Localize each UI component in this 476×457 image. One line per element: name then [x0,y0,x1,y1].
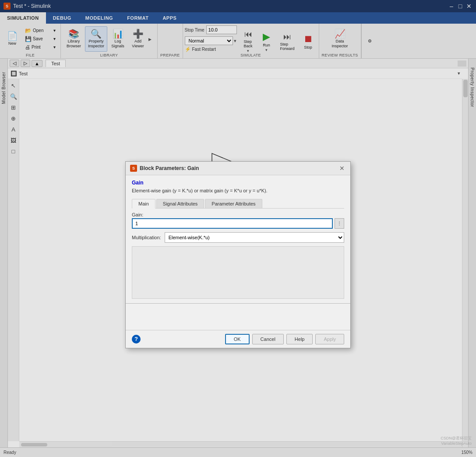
help-button[interactable]: ? [132,335,141,344]
tab-parameter-attributes[interactable]: Parameter Attributes [205,199,262,208]
tab-signal-attributes[interactable]: Signal Attributes [156,199,205,208]
dialog-content-area [132,246,344,299]
multiplication-label: Multiplication: [132,235,161,240]
multiplication-row: Multiplication: Element-wise(K.*u) Matri… [132,232,344,243]
dialog-body: Gain Element-wise gain (y = K.*u) or mat… [126,175,350,303]
gain-field: Gain: ⋮ [132,212,344,229]
dialog-action-buttons: OK Cancel Help Apply [225,334,344,344]
modal-overlay: S Block Parameters: Gain ✕ Gain Element-… [0,0,476,457]
dialog-actions: ? OK Cancel Help Apply [126,330,350,348]
dialog-titlebar: S Block Parameters: Gain ✕ [126,162,350,175]
gain-input-row: ⋮ [132,218,344,229]
gain-input[interactable] [132,218,333,229]
dialog-section-title: Gain [132,180,344,186]
dialog-icon: S [130,165,137,172]
dialog-help-button[interactable]: Help [286,334,313,344]
block-params-dialog: S Block Parameters: Gain ✕ Gain Element-… [125,161,351,348]
dialog-title: Block Parameters: Gain [140,165,199,171]
dialog-tabs: Main Signal Attributes Parameter Attribu… [132,199,344,209]
multiplication-select[interactable]: Element-wise(K.*u) Matrix(K*u) Matrix(u*… [165,232,344,243]
apply-button[interactable]: Apply [315,334,344,344]
dialog-close-button[interactable]: ✕ [338,164,346,172]
cancel-button[interactable]: Cancel [252,334,284,344]
tab-main[interactable]: Main [132,199,155,209]
dialog-description: Element-wise gain (y = K.*u) or matrix g… [132,188,344,194]
gain-label: Gain: [132,212,344,217]
ok-button[interactable]: OK [225,334,250,344]
gain-input-menu-btn[interactable]: ⋮ [335,218,344,229]
dialog-spacer [126,304,350,330]
